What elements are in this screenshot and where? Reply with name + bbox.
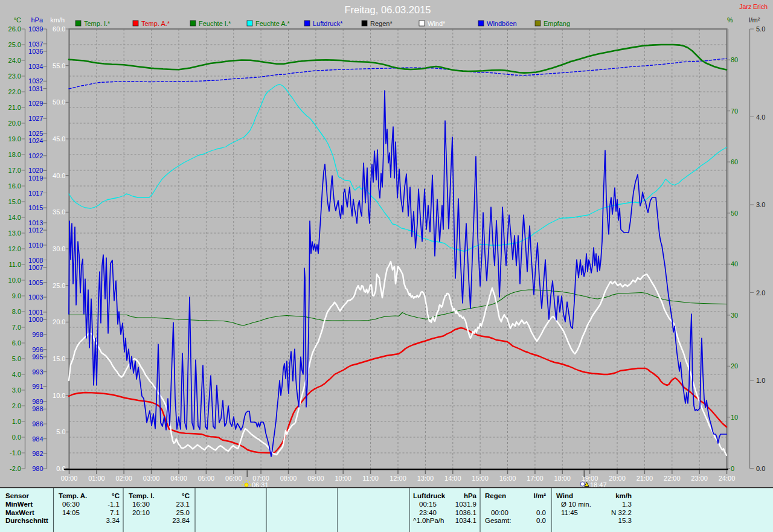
svg-text:Regen*: Regen* [370,20,393,27]
svg-text:9.0: 9.0 [12,292,21,300]
svg-text:989: 989 [32,398,43,405]
svg-text:70: 70 [731,107,738,115]
svg-text:4.0: 4.0 [12,371,21,378]
svg-text:15.0: 15.0 [53,355,65,362]
svg-text:25.0: 25.0 [176,509,190,516]
svg-text:Temp. I.*: Temp. I.* [84,20,111,27]
svg-text:-1.0: -1.0 [10,449,21,457]
svg-text:2.0: 2.0 [12,402,21,409]
svg-text:1032: 1032 [28,77,43,85]
svg-text:Sensor: Sensor [5,492,30,499]
svg-text:15:00: 15:00 [472,475,489,482]
svg-text:0.0: 0.0 [536,517,546,524]
svg-text:23.0: 23.0 [8,72,21,80]
svg-text:0.0: 0.0 [756,465,765,472]
svg-text:Wind*: Wind* [428,20,446,27]
svg-text:%: % [727,16,733,24]
svg-text:3.0: 3.0 [756,201,765,208]
svg-text:1.0: 1.0 [12,418,21,425]
svg-text:0: 0 [731,465,734,472]
svg-text:1001: 1001 [28,309,43,316]
svg-text:1025: 1025 [28,130,43,137]
svg-text:988: 988 [32,405,43,412]
svg-text:09:00: 09:00 [307,475,324,482]
svg-text:N 32.2: N 32.2 [611,509,632,516]
svg-text:23.1: 23.1 [176,501,190,508]
svg-text:1031: 1031 [28,85,43,92]
svg-text:MaxWert: MaxWert [5,509,34,516]
svg-text:00:00: 00:00 [61,475,78,482]
svg-text:°C: °C [112,492,120,499]
svg-text:10.0: 10.0 [53,392,65,399]
svg-text:13.0: 13.0 [8,229,21,237]
svg-text:12.0: 12.0 [8,245,21,252]
svg-text:06:30: 06:30 [62,501,80,508]
svg-text:30.0: 30.0 [53,245,65,252]
svg-text:55.0: 55.0 [53,62,65,69]
svg-text:Ø 10 min.: Ø 10 min. [561,501,591,508]
svg-text:30: 30 [731,312,738,319]
svg-text:5.0: 5.0 [756,25,765,33]
svg-text:25.0: 25.0 [8,41,21,48]
svg-text:Luftdruck: Luftdruck [413,492,446,499]
svg-text:Feuchte I.*: Feuchte I.* [199,20,231,27]
svg-text:21:00: 21:00 [637,475,653,482]
svg-text:4.0: 4.0 [756,114,765,121]
svg-text:982: 982 [32,450,43,457]
svg-text:1022: 1022 [28,152,43,159]
svg-text:17:00: 17:00 [527,475,544,482]
svg-text:993: 993 [32,368,43,376]
svg-text:hPa: hPa [464,492,477,499]
svg-text:80: 80 [731,56,738,63]
svg-text:0.0: 0.0 [536,509,546,516]
svg-text:1.3: 1.3 [622,501,632,508]
svg-text:1034.1: 1034.1 [455,517,476,524]
svg-text:1015: 1015 [28,204,43,211]
svg-text:1013: 1013 [28,219,43,226]
svg-text:hPa: hPa [31,16,43,24]
svg-text:998: 998 [32,331,43,338]
svg-text:16:00: 16:00 [499,475,516,482]
svg-text:14:00: 14:00 [444,475,461,482]
svg-text:1036: 1036 [28,48,43,55]
svg-text:Gesamt:: Gesamt: [485,517,511,524]
svg-text:17.0: 17.0 [8,167,21,174]
svg-text:20:00: 20:00 [609,475,626,482]
svg-text:1003: 1003 [28,293,43,301]
svg-text:Windböen: Windböen [487,20,517,27]
svg-text:984: 984 [32,435,43,443]
svg-text:1005: 1005 [28,279,43,286]
svg-text:996: 996 [32,346,43,353]
svg-text:23.84: 23.84 [172,517,190,524]
svg-text:5.0: 5.0 [12,355,21,362]
svg-text:06:00: 06:00 [225,475,242,482]
svg-text:1007: 1007 [28,264,43,271]
svg-text:^1.0hPa/h: ^1.0hPa/h [413,517,444,524]
svg-text:2.0: 2.0 [756,289,765,296]
svg-text:10:00: 10:00 [335,475,351,482]
svg-text:l/m²: l/m² [749,16,760,24]
svg-text:1034: 1034 [28,63,43,70]
svg-text:980: 980 [32,465,43,472]
svg-text:14.0: 14.0 [8,214,21,221]
svg-text:02:00: 02:00 [115,475,132,482]
svg-text:20:10: 20:10 [132,509,150,516]
svg-text:1027: 1027 [28,115,43,122]
svg-text:50.0: 50.0 [53,98,65,106]
svg-text:Feuchte A.*: Feuchte A.* [255,20,290,27]
svg-text:20.0: 20.0 [8,120,21,127]
svg-text:20.0: 20.0 [53,318,65,325]
svg-text:l/m²: l/m² [534,492,547,499]
svg-text:18:00: 18:00 [554,475,571,482]
svg-text:24:00: 24:00 [719,475,736,482]
svg-text:Temp. A.*: Temp. A.* [141,20,170,27]
svg-text:40: 40 [731,260,738,268]
svg-text:1036.1: 1036.1 [455,509,476,516]
svg-text:15.0: 15.0 [8,198,21,205]
svg-text:23:00: 23:00 [691,475,708,482]
svg-text:16:30: 16:30 [132,501,150,508]
svg-text:11.0: 11.0 [8,261,21,268]
svg-text:16.0: 16.0 [8,182,21,190]
svg-text:Temp. I.: Temp. I. [129,492,155,499]
svg-text:7.1: 7.1 [110,509,120,516]
